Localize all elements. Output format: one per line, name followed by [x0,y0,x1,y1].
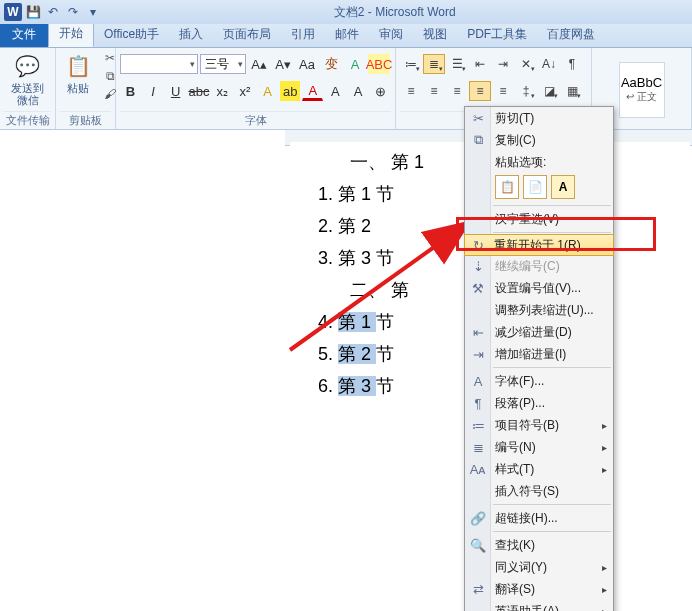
sort-icon[interactable]: A↓ [538,54,560,74]
font-color-icon[interactable]: A [302,81,323,101]
link-icon: 🔗 [468,511,488,526]
ctx-synonym[interactable]: 同义词(Y)▸ [465,556,613,578]
asian-layout-icon[interactable]: ✕ [515,54,537,74]
quick-access-toolbar: W 💾 ↶ ↷ ▾ [4,3,102,21]
continue-num-icon: ⇣ [468,259,488,274]
paste-keep-source-icon[interactable]: 📋 [495,175,519,199]
tab-office-helper[interactable]: Office助手 [94,22,169,47]
distribute-icon[interactable]: ≡ [492,81,514,101]
redo-icon[interactable]: ↷ [64,3,82,21]
show-marks-icon[interactable]: ¶ [561,54,583,74]
translate-icon: ⇄ [468,582,488,597]
para-dialog-icon: ¶ [468,396,488,411]
style-item-normal[interactable]: AaBbC ↩ 正文 [619,62,665,118]
ctx-find[interactable]: 🔍查找(K) [465,534,613,556]
grow-font-icon[interactable]: A▴ [248,54,270,74]
ctx-symbol[interactable]: 插入符号(S) [465,480,613,502]
shading-icon[interactable]: ◪ [538,81,560,101]
dec-indent-icon: ⇤ [468,325,488,340]
ctx-styles[interactable]: Aᴀ样式(T)▸ [465,458,613,480]
ctx-numbering[interactable]: ≣编号(N)▸ [465,436,613,458]
word-icon[interactable]: W [4,3,22,21]
tab-mailings[interactable]: 邮件 [325,22,369,47]
copy-icon: ⧉ [468,132,488,148]
justify-icon[interactable]: ≡ [469,81,491,101]
tab-file[interactable]: 文件 [0,22,48,47]
restart-num-icon: ↻ [468,238,488,253]
ctx-paragraph[interactable]: ¶段落(P)... [465,392,613,414]
borders-icon[interactable]: ▦ [561,81,583,101]
ctx-increase-indent[interactable]: ⇥增加缩进量(I) [465,343,613,365]
qat-dropdown-icon[interactable]: ▾ [84,3,102,21]
tab-insert[interactable]: 插入 [169,22,213,47]
paste-button[interactable]: 📋 粘贴 [60,50,96,96]
undo-icon[interactable]: ↶ [44,3,62,21]
scissors-icon: ✂ [468,111,488,126]
ctx-cut[interactable]: ✂剪切(T) [465,107,613,129]
ctx-adjust-indent[interactable]: 调整列表缩进(U)... [465,299,613,321]
strike-button[interactable]: abc [188,81,210,101]
clear-format-icon[interactable]: ⊕ [370,81,391,101]
font-name-select[interactable] [120,54,198,74]
bold-button[interactable]: B [120,81,141,101]
ctx-translate[interactable]: ⇄翻译(S)▸ [465,578,613,600]
ribbon-tabs: 文件 开始 Office助手 插入 页面布局 引用 邮件 审阅 视图 PDF工具… [0,24,692,48]
bullets-icon[interactable]: ≔ [400,54,422,74]
ctx-copy[interactable]: ⧉复制(C) [465,129,613,151]
superscript-button[interactable]: x² [235,81,256,101]
paste-icon: 📋 [64,52,92,80]
ctx-hyperlink[interactable]: 🔗超链接(H)... [465,507,613,529]
enclose-char-icon[interactable]: A [348,81,369,101]
tab-review[interactable]: 审阅 [369,22,413,47]
tab-baidu[interactable]: 百度网盘 [537,22,605,47]
italic-button[interactable]: I [143,81,164,101]
highlight-icon[interactable]: ABC [368,54,390,74]
save-icon[interactable]: 💾 [24,3,42,21]
phonetic-icon[interactable]: 变 [320,54,342,74]
decrease-indent-icon[interactable]: ⇤ [469,54,491,74]
numbering-icon: ≣ [468,440,488,455]
char-shading-icon[interactable]: A [325,81,346,101]
numbering-icon[interactable]: ≣ [423,54,445,74]
increase-indent-icon[interactable]: ⇥ [492,54,514,74]
group-clipboard: 📋 粘贴 ✂ ⧉ 🖌 剪贴板 [56,48,116,129]
change-case-icon[interactable]: Aa [296,54,318,74]
bullets-icon: ≔ [468,418,488,433]
set-num-icon: ⚒ [468,281,488,296]
ctx-set-number-value[interactable]: ⚒设置编号值(V)... [465,277,613,299]
tab-layout[interactable]: 页面布局 [213,22,281,47]
search-icon: 🔍 [468,538,488,553]
ctx-hanzi[interactable]: 汉字重选(V) [465,208,613,230]
tab-view[interactable]: 视图 [413,22,457,47]
paste-merge-icon[interactable]: 📄 [523,175,547,199]
group-font: 三号 A▴ A▾ Aa 变 A ABC B I U abc x₂ x² A ab… [116,48,396,129]
window-title: 文档2 - Microsoft Word [334,4,456,21]
underline-button[interactable]: U [165,81,186,101]
align-right-icon[interactable]: ≡ [446,81,468,101]
char-border-icon[interactable]: A [344,54,366,74]
ctx-decrease-indent[interactable]: ⇤减少缩进量(D) [465,321,613,343]
wechat-icon: 💬 [14,52,42,80]
tab-pdf[interactable]: PDF工具集 [457,22,537,47]
align-center-icon[interactable]: ≡ [423,81,445,101]
ctx-font[interactable]: A字体(F)... [465,370,613,392]
send-to-wechat-button[interactable]: 💬 发送到微信 [4,50,51,108]
ctx-restart-at-1[interactable]: ↻重新开始于 1(R) [464,234,614,256]
multilevel-icon[interactable]: ☰ [446,54,468,74]
styles-icon: Aᴀ [468,462,488,477]
line-spacing-icon[interactable]: ‡ [515,81,537,101]
text-effects-icon[interactable]: A [257,81,278,101]
font-size-select[interactable]: 三号 [200,54,246,74]
ctx-bullets[interactable]: ≔项目符号(B)▸ [465,414,613,436]
align-left-icon[interactable]: ≡ [400,81,422,101]
text-highlight-icon[interactable]: ab [280,81,301,101]
context-menu: ✂剪切(T) ⧉复制(C) 粘贴选项: 📋 📄 A 汉字重选(V) ↻重新开始于… [464,106,614,611]
shrink-font-icon[interactable]: A▾ [272,54,294,74]
tab-references[interactable]: 引用 [281,22,325,47]
subscript-button[interactable]: x₂ [212,81,233,101]
ctx-english-helper[interactable]: ☁英语助手(A)▸ [465,600,613,611]
tab-home[interactable]: 开始 [48,20,94,47]
paste-text-only-icon[interactable]: A [551,175,575,199]
ctx-continue-numbering[interactable]: ⇣继续编号(C) [465,255,613,277]
title-bar: W 💾 ↶ ↷ ▾ 文档2 - Microsoft Word [0,0,692,24]
